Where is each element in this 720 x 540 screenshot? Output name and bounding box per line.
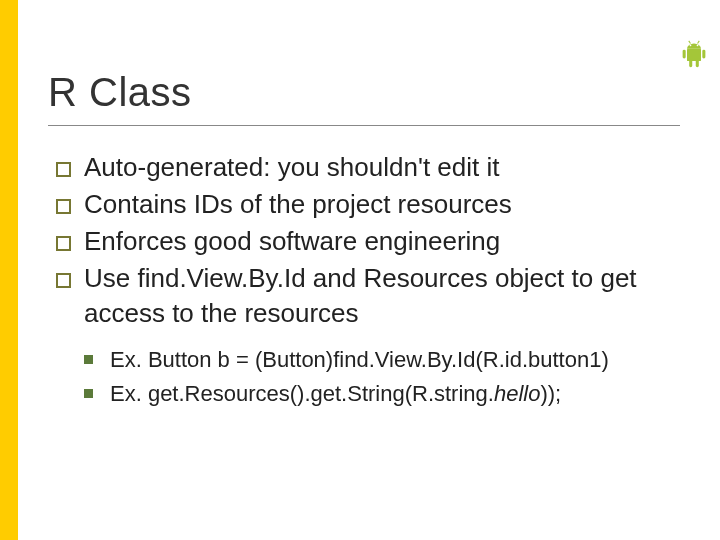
svg-rect-0: [687, 49, 701, 61]
sub-bullet-item: Ex. get.Resources().get.String(R.string.…: [84, 379, 680, 409]
svg-rect-7: [689, 60, 692, 67]
bullet-item: Auto-generated: you shouldn't edit it: [56, 150, 680, 185]
bullet-list: Auto-generated: you shouldn't edit it Co…: [56, 150, 680, 331]
sub-bullet-item: Ex. Button b = (Button)find.View.By.Id(R…: [84, 345, 680, 375]
svg-line-3: [689, 41, 691, 44]
bullet-item: Enforces good software engineering: [56, 224, 680, 259]
svg-rect-6: [702, 50, 705, 59]
sub-bullet-text: Ex. get.Resources().get.String(R.string.: [110, 381, 494, 406]
sub-bullet-list: Ex. Button b = (Button)find.View.By.Id(R…: [84, 345, 680, 408]
bullet-item: Contains IDs of the project resources: [56, 187, 680, 222]
svg-line-4: [698, 41, 700, 44]
svg-rect-5: [683, 50, 686, 59]
bullet-item: Use find.View.By.Id and Resources object…: [56, 261, 680, 331]
sub-bullet-suffix: ));: [540, 381, 561, 406]
sub-bullet-italic: hello: [494, 381, 540, 406]
android-icon: [680, 38, 708, 70]
svg-point-1: [690, 44, 692, 46]
slide-title: R Class: [48, 70, 680, 126]
svg-point-2: [697, 44, 699, 46]
sub-bullet-text: Ex. Button b = (Button)find.View.By.Id(R…: [110, 347, 609, 372]
slide-content: R Class Auto-generated: you shouldn't ed…: [18, 0, 720, 540]
accent-sidebar: [0, 0, 18, 540]
svg-rect-8: [696, 60, 699, 67]
